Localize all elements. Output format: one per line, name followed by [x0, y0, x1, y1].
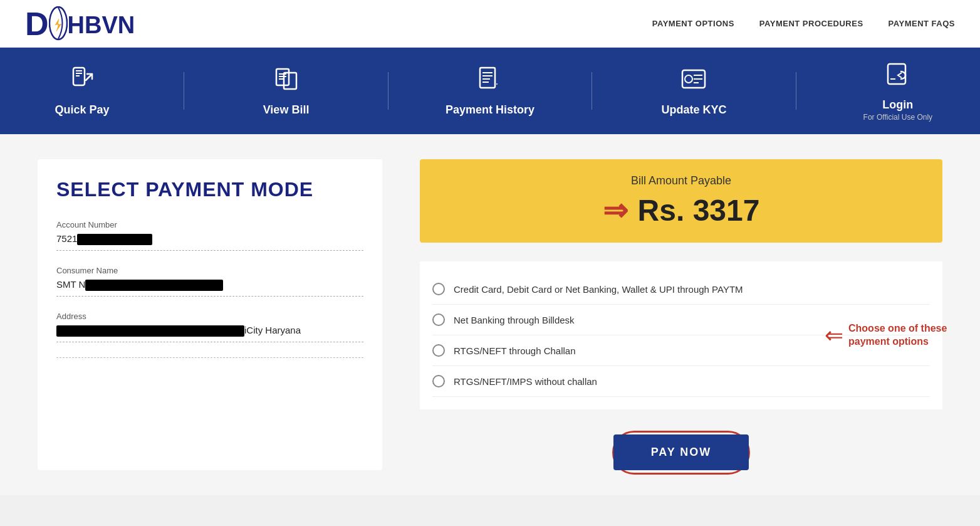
account-number-redacted [77, 234, 152, 245]
payment-option-4-label: RTGS/NEFT/IMPS without challan [454, 376, 597, 387]
address-suffix: iCity Haryana [244, 325, 301, 335]
update-kyc-icon [680, 65, 707, 98]
field-divider [56, 357, 363, 358]
banner-login[interactable]: Login For Official Use Only [835, 60, 961, 122]
radio-4[interactable] [432, 375, 445, 387]
account-number-group: Account Number 7521 [56, 220, 363, 251]
radio-1[interactable] [432, 283, 445, 295]
svg-marker-1 [55, 19, 61, 31]
payment-option-1[interactable]: Credit Card, Debit Card or Net Banking, … [432, 274, 930, 305]
nav-payment-faqs[interactable]: PAYMENT FAQS [889, 19, 955, 28]
bill-amount-box: Bill Amount Payable ⇒ Rs. 3317 [420, 159, 942, 243]
radio-2[interactable] [432, 313, 445, 326]
payment-option-3-label: RTGS/NEFT through Challan [454, 345, 576, 356]
nav-payment-options[interactable]: PAYMENT OPTIONS [652, 19, 734, 28]
left-panel: SELECT PAYMENT MODE Account Number 7521 … [38, 159, 382, 470]
banner-view-bill[interactable]: View Bill [224, 65, 349, 117]
logo-d: D [25, 8, 49, 40]
payment-option-1-label: Credit Card, Debit Card or Net Banking, … [454, 284, 743, 295]
banner-divider-3 [592, 72, 592, 110]
login-icon [884, 60, 912, 93]
right-panel: Bill Amount Payable ⇒ Rs. 3317 Credit Ca… [420, 159, 942, 470]
logo: D HBVN [25, 6, 135, 41]
choose-text: Choose one of these payment options [848, 322, 949, 349]
update-kyc-label: Update KYC [661, 103, 726, 117]
quick-pay-label: Quick Pay [55, 103, 110, 117]
radio-3[interactable] [432, 344, 445, 357]
logo-rest: HBVN [68, 11, 135, 37]
choose-annotation: ⇐ Choose one of these payment options [825, 322, 949, 349]
banner-divider-1 [184, 72, 184, 110]
pay-now-area: PAY NOW [420, 434, 942, 470]
svg-point-0 [50, 7, 67, 39]
choose-arrow-icon: ⇐ [825, 322, 843, 349]
consumer-name-group: Consumer Name SMT N [56, 266, 363, 297]
blue-banner: Quick Pay View Bill Pay [0, 48, 980, 134]
account-number-prefix: 7521 [56, 233, 77, 244]
svg-rect-11 [480, 68, 495, 88]
section-title: SELECT PAYMENT MODE [56, 178, 363, 201]
payment-option-4[interactable]: RTGS/NEFT/IMPS without challan [432, 366, 930, 397]
view-bill-icon [273, 65, 300, 98]
banner-update-kyc[interactable]: Update KYC [631, 65, 756, 117]
svg-rect-22 [888, 64, 905, 84]
banner-divider-4 [796, 72, 796, 110]
nav-links: PAYMENT OPTIONS PAYMENT PROCEDURES PAYME… [652, 19, 955, 28]
payment-history-label: Payment History [446, 103, 534, 117]
login-label: Login [882, 98, 913, 112]
banner-divider-2 [388, 72, 388, 110]
address-redacted [56, 325, 244, 337]
banner-quick-pay[interactable]: Quick Pay [19, 65, 145, 117]
payment-option-2-label: Net Banking through Billdesk [454, 315, 575, 325]
svg-point-16 [496, 83, 498, 85]
login-sublabel: For Official Use Only [863, 113, 932, 122]
pay-now-button[interactable]: PAY NOW [613, 434, 749, 470]
consumer-name-prefix: SMT N [56, 279, 85, 290]
address-label: Address [56, 312, 363, 321]
account-number-label: Account Number [56, 220, 363, 229]
payment-options-container: Credit Card, Debit Card or Net Banking, … [420, 261, 942, 409]
nav-payment-procedures[interactable]: PAYMENT PROCEDURES [759, 19, 863, 28]
consumer-name-label: Consumer Name [56, 266, 363, 275]
svg-point-18 [685, 75, 692, 83]
bill-amount-value: ⇒ Rs. 3317 [440, 192, 922, 228]
bill-amount-label: Bill Amount Payable [440, 174, 922, 187]
quick-pay-icon [68, 65, 96, 98]
banner-payment-history[interactable]: Payment History [427, 65, 553, 117]
payment-history-icon [476, 65, 504, 98]
logo-lightning-icon [49, 6, 68, 41]
bill-arrow-icon: ⇒ [603, 192, 628, 228]
consumer-name-value: SMT N [56, 279, 363, 297]
top-header: D HBVN PAYMENT OPTIONS PAYMENT PROCEDURE… [0, 0, 980, 48]
main-content: SELECT PAYMENT MODE Account Number 7521 … [0, 134, 980, 495]
svg-rect-7 [284, 73, 296, 89]
address-group: Address iCity Haryana [56, 312, 363, 342]
consumer-name-redacted [85, 280, 223, 291]
address-value: iCity Haryana [56, 325, 363, 342]
account-number-value: 7521 [56, 233, 363, 251]
view-bill-label: View Bill [263, 103, 310, 117]
bill-amount-number: Rs. 3317 [638, 193, 760, 228]
